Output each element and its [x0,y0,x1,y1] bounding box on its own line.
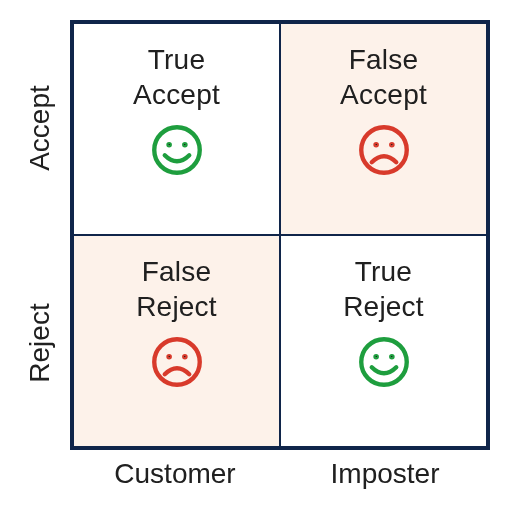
svg-point-7 [168,356,170,358]
cell-label: False Reject [136,254,217,324]
col-label-customer: Customer [70,458,280,490]
frown-icon [356,122,412,178]
cell-label-line2: Reject [343,291,424,322]
svg-point-1 [168,144,170,146]
frown-icon [149,334,205,390]
cell-label-line1: False [142,256,211,287]
row-label-reject: Reject [20,235,60,450]
col-label-imposter: Imposter [280,458,490,490]
svg-point-10 [375,356,377,358]
cell-label: False Accept [340,42,427,112]
svg-point-6 [154,339,200,385]
cell-label-line1: False [349,44,418,75]
row-label-text: Reject [24,303,56,382]
cell-label: True Reject [343,254,424,324]
cell-label-line1: True [355,256,412,287]
row-label-text: Accept [24,85,56,171]
svg-point-0 [154,127,200,173]
matrix-grid: True Accept False Accept [70,20,490,450]
cell-true-accept: True Accept [73,23,280,235]
cell-label-line2: Reject [136,291,217,322]
cell-label-line1: True [148,44,205,75]
svg-point-2 [183,144,185,146]
smile-icon [356,334,412,390]
svg-point-8 [183,356,185,358]
cell-label-line2: Accept [340,79,427,110]
cell-false-reject: False Reject [73,235,280,447]
row-label-accept: Accept [20,20,60,235]
column-labels: Customer Imposter [70,458,490,490]
svg-point-9 [361,339,407,385]
svg-point-5 [390,144,392,146]
confusion-matrix-diagram: Accept Reject True Accept False Accep [0,0,520,522]
svg-point-11 [390,356,392,358]
cell-label: True Accept [133,42,220,112]
svg-point-4 [375,144,377,146]
cell-label-line2: Accept [133,79,220,110]
svg-point-3 [361,127,407,173]
cell-true-reject: True Reject [280,235,487,447]
cell-false-accept: False Accept [280,23,487,235]
smile-icon [149,122,205,178]
